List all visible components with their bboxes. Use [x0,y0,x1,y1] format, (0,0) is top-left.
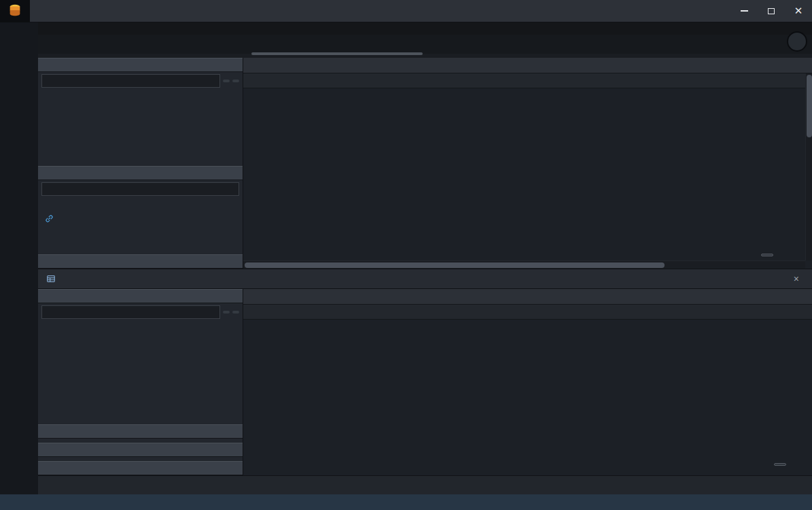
invoiceline-data-grid [243,289,812,475]
tab-area [38,22,812,54]
tab-strip [38,35,812,54]
activity-bar [0,22,38,494]
bottom-grid-body [243,320,812,475]
bottom-grid-header [243,289,812,305]
dependent-tables-label [38,225,243,239]
close-icon: × [794,273,799,284]
toolbar [38,475,812,494]
bottom-panel-sections [38,420,243,475]
bottom-side-panel [38,289,243,475]
filters-section-header[interactable] [38,424,243,439]
bottom-grid-filter-row [243,305,812,320]
dbgate-logo-icon [7,3,23,18]
hide-columns-button[interactable] [223,311,230,313]
references-tables-label [38,198,243,211]
references-section-header[interactable] [38,166,243,180]
top-grid-horizontal-scrollbar[interactable] [243,260,805,269]
close-detail-button[interactable]: × [794,273,804,284]
hide-columns-button[interactable] [223,80,230,82]
dbgate-window: ✕ [0,0,812,510]
scrollbar-thumb[interactable] [245,262,665,268]
content-area: × [38,22,812,494]
references-search-row [38,180,243,198]
reference-customer-link[interactable] [38,211,243,225]
columns-search-row [38,72,243,90]
columns-search-row [38,303,243,321]
search-columns-input[interactable] [41,74,220,88]
invoiceline-detail-section [38,289,812,475]
maximize-button[interactable] [758,0,785,22]
link-icon [45,214,54,223]
show-columns-button[interactable] [232,80,239,82]
tab-groups-row [38,22,812,35]
app-logo-box[interactable] [0,0,30,22]
scrollbar-thumb[interactable] [807,75,812,137]
close-icon: ✕ [794,5,803,17]
search-columns-input[interactable] [41,305,220,319]
top-grid-vertical-scrollbar[interactable] [805,73,812,260]
references-list [38,198,243,254]
top-rows-count-badge [761,254,773,256]
table-icon [46,274,56,284]
top-side-panel [38,58,243,269]
close-button[interactable]: ✕ [785,0,812,22]
search-references-input[interactable] [41,182,239,196]
columns-section-header[interactable] [38,58,243,72]
tab-strip-scrollbar[interactable] [251,52,423,55]
bottom-rows-count-badge [774,463,786,466]
macros-section-header[interactable] [38,461,243,475]
invoice-data-grid [243,58,812,269]
new-tab-button[interactable] [787,31,807,52]
top-columns-list [38,90,243,166]
master-detail-bar: × [38,269,812,289]
macros-section-header[interactable] [38,254,243,269]
maximize-icon [768,8,775,14]
bottom-columns-list [38,321,243,324]
minimize-icon [741,10,748,12]
show-columns-button[interactable] [232,311,239,313]
top-grid-body [243,88,812,269]
top-grid-header [243,58,812,73]
minimize-button[interactable] [730,0,758,22]
title-bar: ✕ [0,0,812,22]
references-section-header[interactable] [38,443,243,457]
window-controls: ✕ [730,0,812,22]
top-grid-filter-row [243,73,812,88]
status-bar [0,494,812,510]
columns-section-header[interactable] [38,289,243,303]
invoice-table-section [38,54,812,269]
main-area: × [0,22,812,494]
